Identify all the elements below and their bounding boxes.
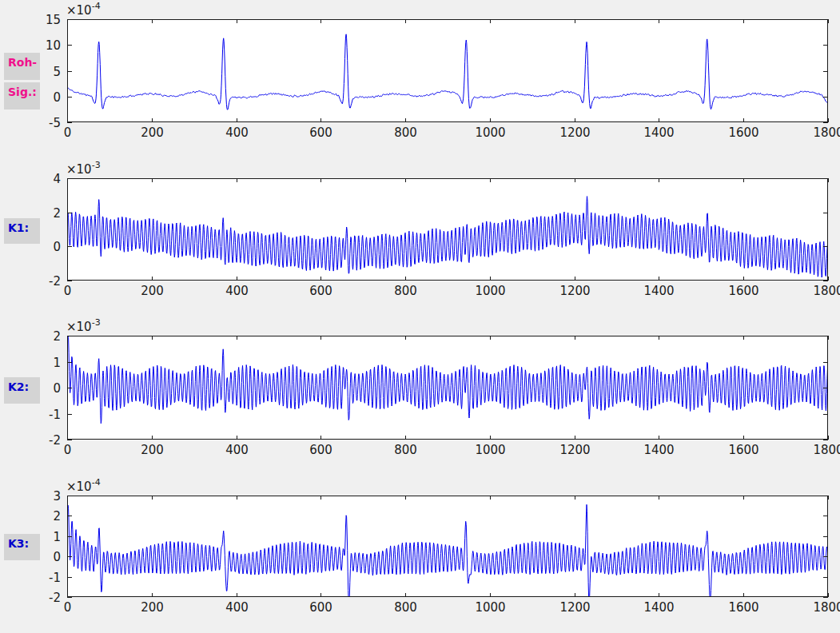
svg-text:800: 800 <box>394 284 417 298</box>
svg-text:1000: 1000 <box>475 600 505 615</box>
svg-text:600: 600 <box>309 125 332 140</box>
svg-text:1400: 1400 <box>643 600 674 615</box>
svg-text:×10-4: ×10-4 <box>66 1 101 18</box>
svg-text:1000: 1000 <box>475 443 505 457</box>
svg-text:10: 10 <box>46 38 61 53</box>
row-label-k1: K1: <box>4 218 40 244</box>
svg-text:1600: 1600 <box>728 125 758 140</box>
svg-text:400: 400 <box>225 284 249 298</box>
svg-text:3: 3 <box>53 489 61 504</box>
row-label-roh: Roh- <box>4 53 40 80</box>
row-label-k3: K3: <box>4 534 40 560</box>
svg-text:1800: 1800 <box>813 443 840 457</box>
row-label-k2: K2: <box>4 377 40 404</box>
svg-text:1: 1 <box>53 356 61 370</box>
svg-text:0: 0 <box>53 381 61 396</box>
svg-text:800: 800 <box>394 443 417 457</box>
svg-text:4: 4 <box>53 172 61 186</box>
svg-text:0: 0 <box>53 240 61 254</box>
svg-text:1200: 1200 <box>559 443 590 457</box>
svg-text:1200: 1200 <box>559 284 590 298</box>
svg-text:200: 200 <box>141 600 164 615</box>
svg-text:5: 5 <box>53 65 61 79</box>
svg-text:1000: 1000 <box>475 125 505 140</box>
signal-figure: 020040060080010001200140016001800-505101… <box>0 0 840 633</box>
svg-text:×10-4: ×10-4 <box>66 477 101 494</box>
svg-text:-1: -1 <box>49 408 61 422</box>
svg-text:1600: 1600 <box>728 443 758 457</box>
chart-k2: 020040060080010001200140016001800-2-1012… <box>49 317 840 457</box>
svg-text:-2: -2 <box>49 591 61 605</box>
svg-text:200: 200 <box>141 443 164 457</box>
svg-text:0: 0 <box>53 90 61 105</box>
svg-text:-2: -2 <box>49 274 61 289</box>
svg-text:-5: -5 <box>49 116 61 130</box>
row-label-sig: Sig.: <box>4 82 40 109</box>
svg-text:0: 0 <box>64 600 72 615</box>
svg-text:1400: 1400 <box>643 284 674 298</box>
svg-text:400: 400 <box>225 443 249 457</box>
svg-text:1: 1 <box>53 530 61 544</box>
svg-text:1000: 1000 <box>475 284 505 298</box>
svg-text:200: 200 <box>141 284 164 298</box>
svg-text:15: 15 <box>46 13 61 27</box>
svg-text:1800: 1800 <box>813 125 840 140</box>
svg-text:2: 2 <box>53 329 61 344</box>
chart-k1: 020040060080010001200140016001800-2024×1… <box>49 160 840 298</box>
svg-text:800: 800 <box>394 600 417 615</box>
chart-k3: 020040060080010001200140016001800-2-1012… <box>49 477 840 615</box>
plots-canvas: 020040060080010001200140016001800-505101… <box>0 0 840 633</box>
svg-text:×10-3: ×10-3 <box>66 317 101 334</box>
svg-text:400: 400 <box>225 600 249 615</box>
svg-text:600: 600 <box>309 284 332 298</box>
svg-text:1600: 1600 <box>728 284 758 298</box>
svg-text:2: 2 <box>53 206 61 221</box>
svg-text:200: 200 <box>141 125 164 140</box>
svg-text:0: 0 <box>64 125 72 140</box>
svg-text:0: 0 <box>64 284 72 298</box>
svg-text:-1: -1 <box>49 571 61 585</box>
svg-text:×10-3: ×10-3 <box>66 160 101 177</box>
svg-text:600: 600 <box>309 600 332 615</box>
chart-roh-sig: 020040060080010001200140016001800-505101… <box>46 1 840 140</box>
svg-text:0: 0 <box>64 443 72 457</box>
svg-text:400: 400 <box>225 125 249 140</box>
svg-text:800: 800 <box>394 125 417 140</box>
svg-text:1600: 1600 <box>728 600 758 615</box>
svg-text:1400: 1400 <box>643 443 674 457</box>
svg-text:2: 2 <box>53 509 61 524</box>
svg-text:1400: 1400 <box>643 125 674 140</box>
svg-text:1200: 1200 <box>559 600 590 615</box>
svg-text:0: 0 <box>53 550 61 564</box>
svg-text:1200: 1200 <box>559 125 590 140</box>
svg-text:600: 600 <box>309 443 332 457</box>
svg-text:1800: 1800 <box>813 284 840 298</box>
svg-text:1800: 1800 <box>813 600 840 615</box>
svg-text:-2: -2 <box>49 433 61 448</box>
